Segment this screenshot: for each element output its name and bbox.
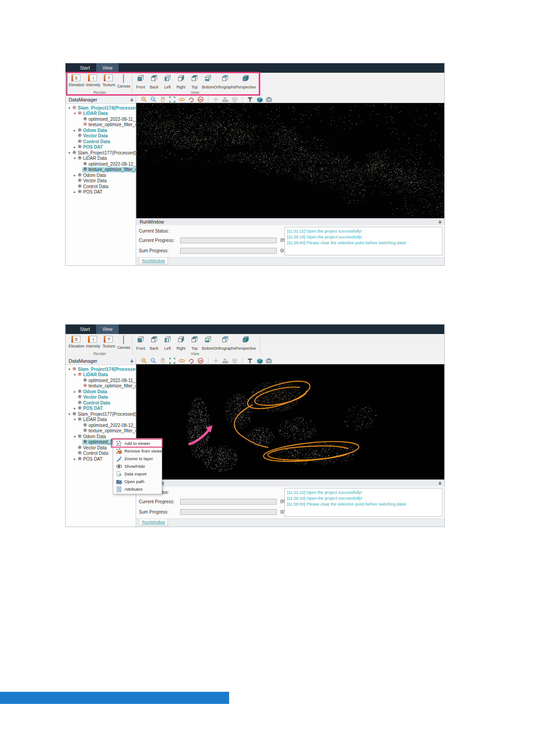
tree-item-slam-project177-processed[interactable]: ▾Slam_Project177(Processed) (66, 411, 136, 417)
visibility-eye-icon[interactable] (83, 440, 87, 444)
chevron-down-icon[interactable]: ▾ (67, 367, 71, 371)
chevron-right-icon[interactable]: ▸ (73, 190, 77, 194)
visibility-eye-icon[interactable] (72, 105, 76, 110)
tree-item-optimised-2022-08-11-2[interactable]: optimised_2022-08-11_2... (66, 116, 136, 122)
pin-icon[interactable] (130, 359, 134, 363)
tree-item-odom-data[interactable]: ▸Odom Data (66, 389, 136, 395)
tree-item-odom-data[interactable]: ▸Odom Data (66, 127, 136, 133)
tree-item-control-data[interactable]: Control Data (66, 139, 136, 145)
filter-icon[interactable] (247, 357, 253, 364)
visibility-eye-icon[interactable] (78, 406, 82, 411)
tree-item-lidar-data[interactable]: ▾LiDAR Data (66, 111, 136, 117)
texture-cube-icon[interactable] (256, 357, 263, 364)
ribbon-button-bottom[interactable]: Bottom (201, 335, 215, 351)
2d-mode-icon[interactable]: 2D (197, 357, 204, 364)
visibility-eye-icon[interactable] (83, 162, 87, 167)
menu-item-add-to-viewer[interactable]: Add to viewer (113, 440, 162, 447)
visibility-eye-icon[interactable] (83, 428, 87, 433)
tree-item-control-data[interactable]: Control Data (66, 184, 136, 189)
fit-view-icon[interactable] (169, 357, 176, 364)
chevron-right-icon[interactable]: ▸ (73, 406, 77, 410)
tree-item-vector-data[interactable]: Vector Data (66, 395, 136, 400)
tab-view[interactable]: View (96, 325, 119, 334)
zoom-out-icon[interactable] (150, 357, 157, 364)
point-cloud-viewport[interactable] (136, 364, 445, 482)
camera-icon[interactable] (265, 357, 272, 364)
chevron-right-icon[interactable]: ▸ (73, 390, 77, 394)
visibility-eye-icon[interactable] (78, 145, 82, 149)
locate-icon[interactable] (212, 96, 219, 102)
ribbon-button-orthographic[interactable]: Orthographic (215, 335, 235, 351)
tab-start[interactable]: Start (74, 325, 96, 334)
pan-icon[interactable] (159, 357, 166, 364)
ribbon-button-bottom[interactable]: Bottom (201, 74, 215, 89)
tree-item-slam-project174-processed[interactable]: ▾Slam_Project174(Processed) (66, 366, 136, 372)
visibility-eye-icon[interactable] (72, 412, 76, 417)
pan-icon[interactable] (159, 96, 166, 102)
visibility-eye-icon[interactable] (83, 378, 87, 383)
ribbon-button-left[interactable]: Left (161, 74, 174, 89)
ribbon-button-right[interactable]: Right (174, 74, 188, 89)
visibility-eye-icon[interactable] (78, 128, 82, 133)
tree-item-control-data[interactable]: Control Data (66, 400, 136, 406)
run-window-tab[interactable]: RunWindow (139, 519, 168, 526)
ribbon-button-front[interactable]: Front (134, 74, 147, 89)
chevron-right-icon[interactable]: ▸ (73, 457, 77, 461)
tree-item-lidar-data[interactable]: ▾LiDAR Data (66, 372, 136, 378)
visibility-eye-icon[interactable] (83, 117, 87, 122)
visibility-eye-icon[interactable] (83, 167, 87, 172)
visibility-eye-icon[interactable] (78, 178, 82, 183)
visibility-eye-icon[interactable] (78, 173, 82, 178)
visibility-eye-icon[interactable] (78, 133, 82, 138)
menu-item-data-export[interactable]: Data export (113, 470, 162, 478)
orbit-icon[interactable] (178, 96, 185, 102)
menu-item-remove-from-viewer[interactable]: Remove from viewer (113, 447, 162, 455)
locate-icon[interactable] (212, 357, 219, 364)
chevron-down-icon[interactable]: ▾ (73, 111, 77, 115)
tree-item-pos-dat[interactable]: ▸POS DAT (66, 145, 136, 150)
visibility-eye-icon[interactable] (78, 111, 82, 116)
visibility-eye-icon[interactable] (78, 139, 82, 144)
visibility-eye-icon[interactable] (78, 417, 82, 422)
menu-item-open-path[interactable]: Open path (113, 478, 162, 485)
clip-box-icon[interactable] (231, 96, 238, 102)
visibility-eye-icon[interactable] (78, 189, 82, 194)
ribbon-button-top[interactable]: Top (188, 335, 201, 351)
filter-icon[interactable] (247, 96, 253, 102)
ribbon-button-back[interactable]: Back (147, 335, 161, 351)
pin-icon[interactable] (438, 481, 442, 485)
chevron-down-icon[interactable]: ▾ (67, 106, 71, 110)
ribbon-button-canvas[interactable]: Canvas (116, 335, 131, 350)
menu-item-zoome-to-layer[interactable]: Zoome to layer (113, 455, 162, 462)
camera-icon[interactable] (265, 96, 272, 102)
tree-item-texture-optimize-filter-o[interactable]: texture_optimize_filter_o... (66, 428, 136, 434)
texture-cube-icon[interactable] (256, 96, 263, 102)
ribbon-button-back[interactable]: Back (147, 74, 161, 89)
tree-item-vector-data[interactable]: Vector Data (66, 133, 136, 139)
tree-item-slam-project177-processed[interactable]: ▾Slam_Project177(Processed) (66, 150, 136, 156)
tree-item-optimised-2022-08-12-0[interactable]: optimised_2022-08-12_0... (66, 161, 136, 167)
ribbon-button-orthographic[interactable]: Orthographic (215, 74, 235, 89)
tree-item-texture-optimize-filter-o[interactable]: texture_optimize_filter_o... (66, 122, 136, 128)
ribbon-button-right[interactable]: Right (174, 335, 188, 351)
tab-start[interactable]: Start (74, 63, 96, 73)
ribbon-button-intensity[interactable]: IIntensity (85, 74, 102, 87)
ribbon-button-elevation[interactable]: EElevation (68, 335, 85, 348)
chevron-right-icon[interactable]: ▸ (73, 173, 77, 177)
zoom-out-icon[interactable] (150, 96, 157, 102)
chevron-down-icon[interactable]: ▾ (73, 373, 77, 377)
chevron-right-icon[interactable]: ▸ (73, 145, 77, 149)
rotate-view-icon[interactable] (188, 96, 195, 102)
measure-icon[interactable]: m (222, 96, 229, 102)
ribbon-button-intensity[interactable]: IIntensity (85, 335, 102, 348)
clip-box-icon[interactable] (231, 357, 238, 364)
chevron-down-icon[interactable]: ▾ (73, 435, 77, 439)
visibility-eye-icon[interactable] (72, 150, 76, 155)
chevron-down-icon[interactable]: ▾ (67, 151, 71, 155)
ribbon-button-perspective[interactable]: Perspective (235, 335, 256, 351)
chevron-down-icon[interactable]: ▾ (73, 418, 77, 422)
point-cloud-viewport[interactable] (136, 103, 445, 220)
visibility-eye-icon[interactable] (78, 395, 82, 400)
zoom-in-icon[interactable] (141, 96, 147, 102)
menu-item-attributes[interactable]: Attributes (113, 485, 162, 493)
